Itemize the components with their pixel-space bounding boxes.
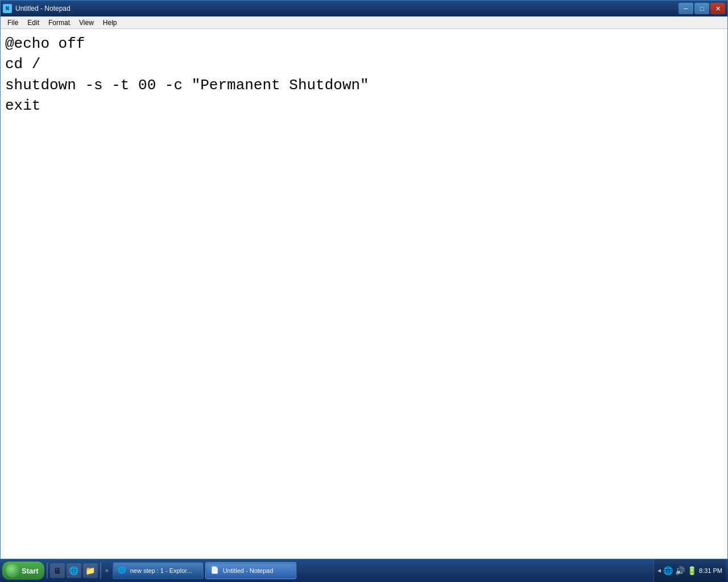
start-orb	[6, 564, 19, 577]
volume-icon[interactable]: 🔊	[675, 566, 685, 576]
editor-area[interactable]: @echo off cd / shutdown -s -t 00 -c "Per…	[1, 29, 727, 559]
notepad-window: N Untitled - Notepad ─ □ ✕ File Edit For…	[0, 0, 728, 559]
task-notepad[interactable]: 📄 Untitled - Notepad	[205, 562, 296, 579]
battery-icon: 🔋	[687, 566, 697, 576]
network-icon[interactable]: 🌐	[663, 566, 673, 576]
ql-show-desktop[interactable]: 🖥	[50, 563, 65, 578]
app-icon: N	[3, 4, 12, 13]
explorer-icon: 🌐	[118, 566, 127, 575]
task-explorer-label: new step : 1 - Explor...	[130, 567, 192, 574]
taskbar-tasks: 🌐 new step : 1 - Explor... 📄 Untitled - …	[110, 562, 653, 579]
menu-format[interactable]: Format	[44, 16, 75, 28]
menu-help[interactable]: Help	[98, 16, 122, 28]
tray-expand-arrow[interactable]: ◀	[657, 567, 661, 574]
start-button[interactable]: Start	[2, 562, 44, 580]
title-bar-left: N Untitled - Notepad	[3, 4, 71, 13]
quick-launch: 🖥 🌐 📁	[50, 563, 98, 578]
window-controls: ─ □ ✕	[679, 3, 725, 14]
menu-view[interactable]: View	[75, 16, 98, 28]
quick-launch-more[interactable]: »	[104, 568, 110, 574]
start-label: Start	[22, 567, 39, 575]
notepad-icon: 📄	[210, 566, 220, 575]
menu-file[interactable]: File	[3, 16, 23, 28]
close-button[interactable]: ✕	[710, 3, 725, 14]
menu-bar: File Edit Format View Help	[1, 16, 727, 29]
system-time: 8:31 PM	[699, 567, 722, 574]
system-tray: ◀ 🌐 🔊 🔋 8:31 PM	[653, 559, 726, 582]
ql-ie[interactable]: 🌐	[67, 563, 81, 578]
maximize-button[interactable]: □	[694, 3, 709, 14]
taskbar-divider-2	[100, 563, 101, 579]
text-editor[interactable]: @echo off cd / shutdown -s -t 00 -c "Per…	[3, 31, 725, 556]
window-title: Untitled - Notepad	[15, 5, 71, 13]
task-notepad-label: Untitled - Notepad	[223, 567, 274, 574]
task-explorer[interactable]: 🌐 new step : 1 - Explor...	[113, 562, 204, 579]
taskbar: Start 🖥 🌐 📁 » 🌐 new step : 1 - Explor...…	[0, 559, 728, 582]
ql-folder[interactable]: 📁	[83, 563, 98, 578]
minimize-button[interactable]: ─	[679, 3, 693, 14]
taskbar-divider-1	[47, 563, 48, 579]
title-bar: N Untitled - Notepad ─ □ ✕	[1, 1, 727, 16]
menu-edit[interactable]: Edit	[23, 16, 44, 28]
